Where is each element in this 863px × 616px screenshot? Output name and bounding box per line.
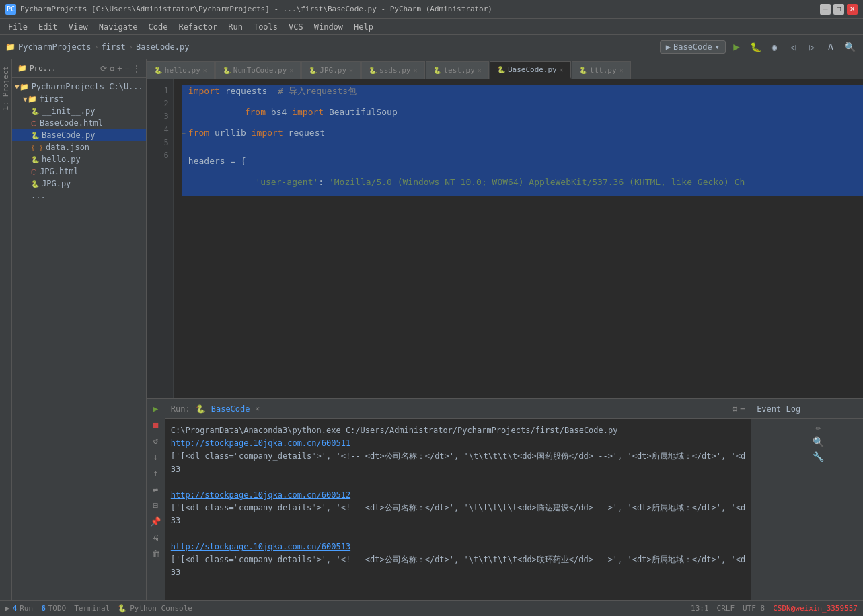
run-tab-close[interactable]: ✕ [256, 404, 260, 413]
run-name[interactable]: BaseCode [211, 404, 250, 414]
run-status-tab[interactable]: ▶ 4 Run [5, 604, 33, 613]
run-button[interactable]: ▶ [728, 39, 745, 55]
tab-close-icon[interactable]: ✕ [478, 67, 482, 74]
run-link-2[interactable]: http://stockpage.10jqka.com.cn/600512 [171, 489, 745, 502]
tab-test[interactable]: 🐍 test.py ✕ [426, 61, 489, 79]
menu-help[interactable]: Help [348, 21, 379, 33]
run-again-button[interactable]: ▶ [149, 401, 162, 415]
menu-run[interactable]: Run [223, 21, 248, 33]
tree-item-label: __init__.py [42, 106, 95, 116]
code-line-4 [182, 141, 863, 155]
collapse-icon[interactable]: − [125, 64, 130, 73]
todo-tab-label: TODO [48, 604, 67, 613]
tab-ttt[interactable]: 🐍 ttt.py ✕ [572, 61, 631, 79]
breadcrumb-root[interactable]: PycharmProjects [18, 42, 91, 52]
tab-hello[interactable]: 🐍 hello.py ✕ [147, 61, 215, 79]
clear-button[interactable]: 🗑 [149, 547, 162, 560]
fold-icon[interactable]: − [182, 156, 186, 167]
tab-close-icon[interactable]: ✕ [560, 66, 564, 73]
search-everywhere-button[interactable]: 🔍 [841, 39, 858, 55]
todo-status-tab[interactable]: 6 TODO [41, 604, 66, 613]
minimize-panel-icon[interactable]: − [740, 403, 745, 414]
project-tab[interactable]: 1: Project [0, 62, 11, 114]
power-button[interactable]: A [823, 39, 839, 55]
tab-ssds[interactable]: 🐍 ssds.py ✕ [361, 61, 424, 79]
code-line-3: − from urllib import request [182, 126, 863, 141]
tree-jpg-py[interactable]: 🐍 JPG.py [12, 178, 146, 190]
close-button[interactable]: ✕ [847, 4, 858, 15]
options-icon[interactable]: ⋮ [133, 64, 141, 73]
terminal-status-tab[interactable]: Terminal [74, 604, 110, 613]
maximize-button[interactable]: □ [833, 4, 844, 15]
run-output[interactable]: C:\ProgramData\Anaconda3\python.exe C:/U… [165, 419, 751, 600]
tab-close-icon[interactable]: ✕ [620, 67, 624, 74]
menu-tools[interactable]: Tools [248, 21, 283, 33]
stop-button[interactable]: ■ [149, 418, 162, 431]
python-console-status-tab[interactable]: 🐍 Python Console [118, 604, 192, 613]
run-config-icon: ▶ [666, 42, 671, 52]
tab-close-icon[interactable]: ✕ [289, 67, 293, 74]
coverage-button[interactable]: ◉ [766, 39, 782, 55]
tab-basecode[interactable]: 🐍 BaseCode.py ✕ [490, 61, 571, 79]
menu-window[interactable]: Window [309, 21, 348, 33]
tab-close-icon[interactable]: ✕ [349, 67, 353, 74]
run-link-1[interactable]: http://stockpage.10jqka.com.cn/600511 [171, 437, 745, 450]
menu-navigate[interactable]: Navigate [93, 21, 143, 33]
menu-view[interactable]: View [63, 21, 93, 33]
code-line-1: − import requests # 导入requests包 [182, 85, 863, 99]
scroll-start-button[interactable]: ↑ [149, 466, 162, 479]
panel-icons: ⚙ − [732, 403, 745, 414]
filter-button[interactable]: ⊟ [149, 498, 162, 512]
tree-more[interactable]: ... [12, 190, 146, 202]
line-ending: CRLF [717, 604, 735, 613]
menu-refactor[interactable]: Refactor [173, 21, 223, 33]
tree-hello-py[interactable]: 🐍 hello.py [12, 153, 146, 165]
scroll-end-button[interactable]: ↓ [149, 450, 162, 463]
tab-numtocode[interactable]: 🐍 NumToCode.py ✕ [215, 61, 301, 79]
fold-icon[interactable]: − [182, 86, 186, 97]
editor-tabs: 🐍 hello.py ✕ 🐍 NumToCode.py ✕ 🐍 JPG.py ✕… [147, 59, 863, 79]
tree-jpg-html[interactable]: ⬡ JPG.html [12, 165, 146, 178]
pin-button[interactable]: 📌 [149, 514, 162, 528]
expand-icon[interactable]: + [117, 64, 122, 73]
run-config-selector[interactable]: ▶ BaseCode ▾ [660, 40, 726, 54]
search-icon[interactable]: 🔍 [813, 436, 824, 447]
tab-label: NumToCode.py [233, 66, 287, 75]
wrap-button[interactable]: ⇌ [149, 482, 162, 496]
py-icon: 🐍 [31, 180, 39, 188]
left-tab-strip: 1: Project [0, 59, 12, 600]
tree-root[interactable]: ▼📁 PycharmProjects C:\U... [12, 81, 146, 93]
settings-icon[interactable]: ⚙ [732, 403, 737, 414]
print-button[interactable]: 🖨 [149, 531, 162, 544]
forward-button[interactable]: ▷ [804, 39, 820, 55]
rerun-button[interactable]: ↺ [149, 434, 162, 447]
tab-close-icon[interactable]: ✕ [203, 67, 207, 74]
tab-label: hello.py [165, 66, 200, 75]
code-content[interactable]: − import requests # 导入requests包 from bs4… [174, 79, 863, 398]
window-controls: ─ □ ✕ [820, 4, 858, 15]
sync-icon[interactable]: ⟳ [100, 64, 107, 73]
minimize-button[interactable]: ─ [820, 4, 831, 15]
debug-button[interactable]: 🐛 [747, 39, 763, 55]
edit-icon[interactable]: ✏ [815, 422, 821, 432]
breadcrumb-first[interactable]: first [102, 42, 126, 52]
settings-icon[interactable]: ⚙ [110, 64, 114, 73]
fold-icon[interactable]: − [182, 128, 186, 139]
tree-first-folder[interactable]: ▼📁 first [12, 93, 146, 105]
back-button[interactable]: ◁ [785, 39, 801, 55]
tree-basecode-py[interactable]: 🐍 BaseCode.py [12, 129, 146, 141]
menu-file[interactable]: File [3, 21, 33, 33]
menu-code[interactable]: Code [143, 21, 174, 33]
menu-vcs[interactable]: VCS [283, 21, 309, 33]
tree-item-label: BaseCode.py [42, 130, 95, 140]
run-link-3[interactable]: http://stockpage.10jqka.com.cn/600513 [171, 541, 745, 553]
wrench-icon[interactable]: 🔧 [813, 451, 824, 462]
run-data-1: ['[<dl class="company_details">', '<!-- … [171, 450, 745, 463]
menu-edit[interactable]: Edit [33, 21, 63, 33]
tree-data-json[interactable]: { } data.json [12, 141, 146, 153]
tree-basecode-html[interactable]: ⬡ BaseCode.html [12, 117, 146, 129]
breadcrumb-file[interactable]: BaseCode.py [136, 42, 189, 52]
tab-close-icon[interactable]: ✕ [413, 67, 417, 74]
tab-jpg[interactable]: 🐍 JPG.py ✕ [301, 61, 361, 79]
tree-init-py[interactable]: 🐍 __init__.py [12, 105, 146, 117]
